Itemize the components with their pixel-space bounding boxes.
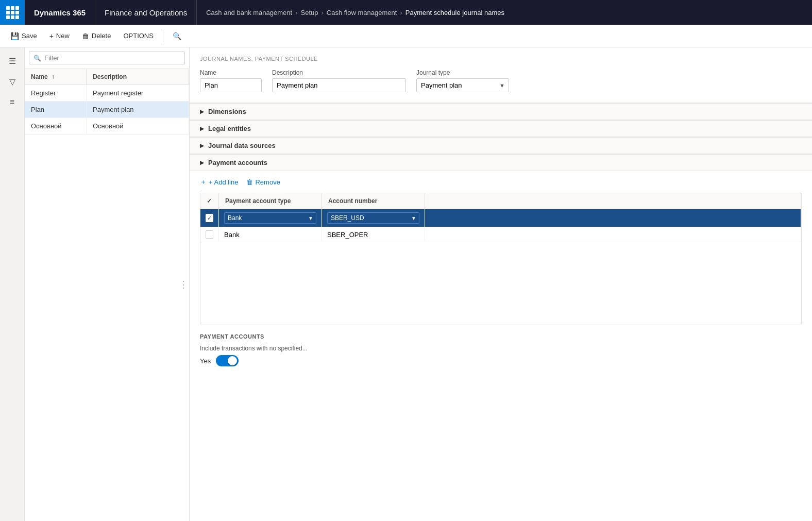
list-table: Name ↑ Description Register Payment regi… xyxy=(25,69,189,521)
list-cell-description: Payment plan xyxy=(87,102,189,117)
dimensions-label: Dimensions xyxy=(208,108,246,115)
payment-accounts-footer: PAYMENT ACCOUNTS Include transactions wi… xyxy=(190,325,812,375)
payment-accounts-section-header[interactable]: ▶ Payment accounts xyxy=(190,154,812,171)
breadcrumb-sep-3: › xyxy=(400,9,402,16)
list-view-button[interactable]: ≡ xyxy=(3,93,22,111)
row-checkbox[interactable]: ✓ xyxy=(206,214,213,222)
list-row[interactable]: Основной Основной xyxy=(25,118,189,135)
grid-header: ✓ Payment account type Account number xyxy=(200,193,801,209)
toggle-thumb xyxy=(228,356,237,365)
grid-cell-extra-1 xyxy=(425,209,801,227)
list-cell-name: Plan xyxy=(25,102,87,117)
list-row[interactable]: Plan Payment plan xyxy=(25,102,189,118)
list-col-description: Description xyxy=(87,69,189,85)
delete-icon: 🗑 xyxy=(82,32,89,40)
icon-bar: ☰ ▽ ≡ xyxy=(0,47,25,521)
app-grid-button[interactable] xyxy=(0,0,25,25)
new-icon: + xyxy=(49,32,54,40)
delete-button[interactable]: 🗑 Delete xyxy=(77,29,116,43)
form-subtitle: JOURNAL NAMES, PAYMENT SCHEDULE xyxy=(200,56,802,62)
save-button[interactable]: 💾 Save xyxy=(5,29,42,43)
journal-type-label: Journal type xyxy=(416,69,509,76)
add-line-button[interactable]: ＋ + Add line xyxy=(200,175,238,189)
grid-row[interactable]: Bank SBER_OPER xyxy=(200,227,801,242)
footer-field-label: Include transactions with no specified..… xyxy=(200,345,802,352)
form-field-journal-type: Journal type Payment plan Payment regist… xyxy=(416,69,509,92)
breadcrumb: Cash and bank management › Setup › Cash … xyxy=(197,9,812,16)
name-input[interactable] xyxy=(200,78,262,92)
add-line-icon: ＋ xyxy=(200,177,207,187)
grid-row[interactable]: ✓ Bank Customer Vendor ▼ xyxy=(200,209,801,227)
options-button[interactable]: OPTIONS xyxy=(118,29,159,42)
grid-cell-extra-2 xyxy=(425,227,801,242)
journal-data-sources-label: Journal data sources xyxy=(208,142,276,149)
payment-accounts-chevron-icon: ▶ xyxy=(200,160,204,165)
search-icon: 🔍 xyxy=(173,32,181,40)
journal-data-sources-section-header[interactable]: ▶ Journal data sources xyxy=(190,137,812,154)
journal-data-sources-chevron-icon: ▶ xyxy=(200,143,204,148)
remove-button[interactable]: 🗑 Remove xyxy=(246,176,280,188)
grid-col-payment-type: Payment account type xyxy=(219,193,322,209)
list-panel: 🔍 Name ↑ Description Register Payment re… xyxy=(25,47,190,521)
description-label: Description xyxy=(272,69,406,76)
account-number-select[interactable]: SBER_USD xyxy=(327,212,419,224)
journal-type-select[interactable]: Payment plan Payment register xyxy=(416,78,509,92)
toggle-row: Yes xyxy=(200,355,802,366)
grid-row-check-cell-2[interactable] xyxy=(200,227,219,242)
filter-search-icon: 🔍 xyxy=(33,55,41,62)
list-col-name: Name ↑ xyxy=(25,69,87,85)
breadcrumb-cash-bank[interactable]: Cash and bank management xyxy=(206,9,292,16)
nav-menu-button[interactable]: ☰ xyxy=(3,52,22,70)
breadcrumb-sep-1: › xyxy=(295,9,297,16)
grid-cell-payment-type-2: Bank xyxy=(219,227,322,242)
grid-col-extra xyxy=(425,193,801,209)
form-fields: Name Description Journal type Payment pl… xyxy=(200,69,802,92)
legal-entities-label: Legal entities xyxy=(208,125,251,132)
header-check-icon: ✓ xyxy=(207,197,212,205)
grid-toolbar: ＋ + Add line 🗑 Remove xyxy=(190,171,812,193)
resize-handle[interactable]: ⋮ xyxy=(178,279,189,290)
breadcrumb-cash-flow[interactable]: Cash flow management xyxy=(327,9,397,16)
grid-empty-area xyxy=(200,242,801,325)
filter-input-wrap[interactable]: 🔍 xyxy=(29,52,185,64)
filter-input[interactable] xyxy=(44,54,180,62)
list-cell-name: Основной xyxy=(25,118,87,134)
grid-icon xyxy=(6,6,19,19)
breadcrumb-setup[interactable]: Setup xyxy=(300,9,318,16)
journal-type-select-wrap: Payment plan Payment register ▼ xyxy=(416,78,509,92)
list-header: Name ↑ Description xyxy=(25,69,189,85)
toggle-yes-label: Yes xyxy=(200,357,211,365)
module-name: Finance and Operations xyxy=(95,0,197,25)
payment-type-select-wrap: Bank Customer Vendor ▼ xyxy=(224,212,316,224)
toggle-switch[interactable] xyxy=(216,355,239,366)
filter-button[interactable]: ▽ xyxy=(3,72,22,91)
grid-col-check: ✓ xyxy=(200,193,219,209)
grid-cell-account-number[interactable]: SBER_USD ▼ xyxy=(322,209,425,227)
grid-row-check-cell[interactable]: ✓ xyxy=(200,209,219,227)
list-row[interactable]: Register Payment register xyxy=(25,85,189,102)
new-button[interactable]: + New xyxy=(44,29,75,43)
search-button[interactable]: 🔍 xyxy=(167,29,187,43)
payment-accounts-grid: ✓ Payment account type Account number ✓ … xyxy=(200,193,802,325)
breadcrumb-current: Payment schedule journal names xyxy=(405,9,504,16)
save-icon: 💾 xyxy=(10,32,19,40)
app-name: Dynamics 365 xyxy=(25,0,95,25)
grid-cell-payment-type[interactable]: Bank Customer Vendor ▼ xyxy=(219,209,322,227)
account-number-select-wrap: SBER_USD ▼ xyxy=(327,212,419,224)
list-cell-description: Payment register xyxy=(87,85,189,101)
payment-accounts-label: Payment accounts xyxy=(208,159,267,166)
top-nav: Dynamics 365 Finance and Operations Cash… xyxy=(0,0,812,25)
legal-entities-section-header[interactable]: ▶ Legal entities xyxy=(190,120,812,137)
payment-type-select[interactable]: Bank Customer Vendor xyxy=(224,212,316,224)
footer-section-label: PAYMENT ACCOUNTS xyxy=(200,333,802,340)
content-panel: JOURNAL NAMES, PAYMENT SCHEDULE Name Des… xyxy=(190,47,812,521)
row-checkbox-2[interactable] xyxy=(206,230,213,239)
dimensions-chevron-icon: ▶ xyxy=(200,109,204,114)
toolbar: 💾 Save + New 🗑 Delete OPTIONS 🔍 xyxy=(0,25,812,47)
form-header: JOURNAL NAMES, PAYMENT SCHEDULE Name Des… xyxy=(190,47,812,103)
remove-icon: 🗑 xyxy=(246,178,253,186)
name-label: Name xyxy=(200,69,262,76)
dimensions-section-header[interactable]: ▶ Dimensions xyxy=(190,103,812,120)
list-cell-description: Основной xyxy=(87,118,189,134)
description-input[interactable] xyxy=(272,78,406,92)
